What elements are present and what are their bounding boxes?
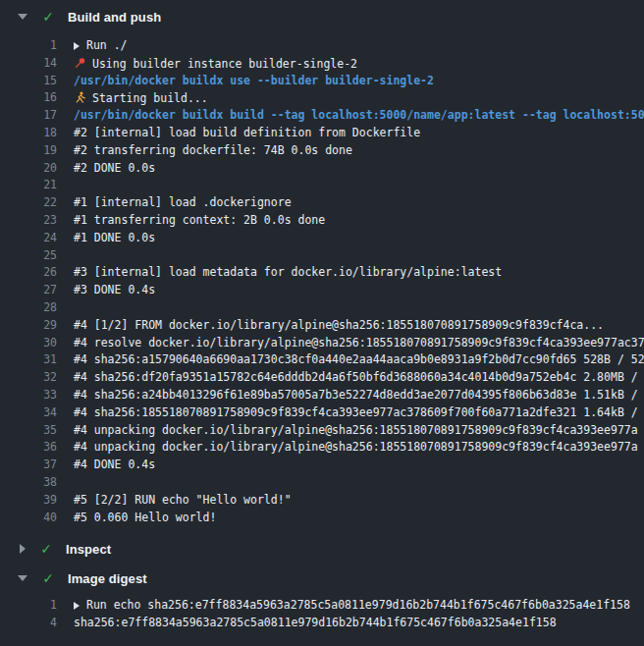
log-line: 31#4 sha256:a15790640a6690aa1730c38cf0a4… xyxy=(0,351,644,369)
log-text-wrap: #3 DONE 0.4s xyxy=(74,282,155,299)
log-text: /usr/bin/docker buildx build --tag local… xyxy=(74,108,644,122)
line-number[interactable]: 35 xyxy=(0,422,57,440)
log-text: #5 [2/2] RUN echo "Hello world!" xyxy=(74,493,292,507)
runner-icon xyxy=(74,91,86,104)
line-number[interactable]: 25 xyxy=(0,247,57,265)
log-line: 37#4 DONE 0.4s xyxy=(0,457,644,474)
log-text: #4 sha256:a15790640a6690aa1730c38cf0a440… xyxy=(74,352,644,366)
log-line: 1Run ./ xyxy=(0,37,644,55)
chevron-down-icon[interactable] xyxy=(18,575,27,581)
line-number[interactable]: 30 xyxy=(0,335,57,352)
line-number[interactable]: 37 xyxy=(0,457,57,474)
log-line: 14Using builder instance builder-single-… xyxy=(0,55,644,73)
line-number[interactable]: 29 xyxy=(0,317,57,335)
log-line: 40#5 0.060 Hello world! xyxy=(0,510,644,527)
chevron-down-icon[interactable] xyxy=(18,14,27,20)
log-text: #3 [internal] load metadata for docker.i… xyxy=(74,265,502,279)
line-number[interactable]: 15 xyxy=(0,73,57,90)
line-number[interactable]: 17 xyxy=(0,107,57,125)
log-text-wrap: #1 transferring context: 2B 0.0s done xyxy=(74,212,325,230)
chevron-right-icon[interactable] xyxy=(20,544,26,554)
pushpin-icon xyxy=(74,57,86,70)
log-text: #4 sha256:185518070891758909c9f839cf4ca3… xyxy=(74,405,638,419)
line-number[interactable]: 19 xyxy=(0,142,57,160)
section-header-image-digest[interactable]: ✓Image digest xyxy=(0,564,644,593)
log-text: Starting build... xyxy=(92,91,208,105)
log-text-wrap: Run echo sha256:e7ff8834a5963a2785c5a081… xyxy=(74,597,630,615)
log-text-wrap: #4 sha256:df20fa9351a15782c64e6dddb2d4a6… xyxy=(74,369,638,387)
log-line: 16Starting build... xyxy=(0,89,644,107)
line-number[interactable]: 22 xyxy=(0,194,57,212)
log-text: #2 [internal] load build definition from… xyxy=(74,126,420,139)
expand-step-icon[interactable] xyxy=(74,602,80,610)
section-log-build-and-push: 1Run ./14Using builder instance builder-… xyxy=(0,37,644,526)
log-text: #3 DONE 0.4s xyxy=(74,283,155,296)
check-success-icon: ✓ xyxy=(39,541,53,557)
log-text: #2 transferring dockerfile: 74B 0.0s don… xyxy=(74,143,352,157)
log-text-wrap: #4 sha256:185518070891758909c9f839cf4ca3… xyxy=(74,404,638,422)
log-text-wrap: #4 sha256:a15790640a6690aa1730c38cf0a440… xyxy=(74,351,644,369)
log-text: #1 [internal] load .dockerignore xyxy=(74,195,292,209)
line-number[interactable]: 26 xyxy=(0,264,57,282)
log-text: #4 [1/2] FROM docker.io/library/alpine@s… xyxy=(74,318,604,332)
line-number[interactable]: 21 xyxy=(0,177,57,194)
line-number[interactable]: 14 xyxy=(0,55,57,73)
section-header-inspect[interactable]: ✓Inspect xyxy=(0,534,644,564)
expand-step-icon[interactable] xyxy=(74,42,80,50)
line-number[interactable]: 32 xyxy=(0,369,57,387)
log-text-wrap: sha256:e7ff8834a5963a2785c5a0811e979d16b… xyxy=(74,615,557,632)
log-text-wrap: #1 [internal] load .dockerignore xyxy=(74,194,292,212)
log-text-wrap: #2 transferring dockerfile: 74B 0.0s don… xyxy=(74,142,352,160)
log-line: 36#4 unpacking docker.io/library/alpine@… xyxy=(0,439,644,457)
log-line: 30#4 resolve docker.io/library/alpine@sh… xyxy=(0,335,644,352)
line-number[interactable]: 1 xyxy=(0,597,57,615)
log-text: #1 DONE 0.0s xyxy=(74,231,155,244)
line-number[interactable]: 16 xyxy=(0,89,57,107)
line-number[interactable]: 18 xyxy=(0,125,57,142)
log-text-wrap: /usr/bin/docker buildx use --builder bui… xyxy=(74,73,434,90)
line-number[interactable]: 23 xyxy=(0,212,57,230)
line-number[interactable]: 36 xyxy=(0,439,57,457)
line-number[interactable]: 33 xyxy=(0,387,57,404)
section-title: Image digest xyxy=(68,571,147,586)
log-line: 27#3 DONE 0.4s xyxy=(0,282,644,299)
log-line: 19#2 transferring dockerfile: 74B 0.0s d… xyxy=(0,142,644,160)
log-text-wrap: #5 0.060 Hello world! xyxy=(74,510,216,527)
section-title: Inspect xyxy=(66,542,111,557)
line-number[interactable]: 1 xyxy=(0,37,57,55)
log-text: /usr/bin/docker buildx use --builder bui… xyxy=(74,74,434,87)
log-text-wrap: #4 unpacking docker.io/library/alpine@sh… xyxy=(74,439,638,457)
section-header-build-and-push[interactable]: ✓Build and push xyxy=(0,0,644,33)
log-line: 23#1 transferring context: 2B 0.0s done xyxy=(0,212,644,230)
line-number[interactable]: 39 xyxy=(0,492,57,510)
log-text-wrap: #2 DONE 0.0s xyxy=(74,160,155,178)
log-line: 35#4 unpacking docker.io/library/alpine@… xyxy=(0,422,644,440)
log-text: #4 resolve docker.io/library/alpine@sha2… xyxy=(74,336,644,350)
log-line: 32#4 sha256:df20fa9351a15782c64e6dddb2d4… xyxy=(0,369,644,387)
log-line: 18#2 [internal] load build definition fr… xyxy=(0,125,644,142)
log-text-wrap: Run ./ xyxy=(74,37,128,55)
log-line: 28 xyxy=(0,299,644,317)
line-number[interactable]: 31 xyxy=(0,351,57,369)
line-number[interactable]: 4 xyxy=(0,615,57,632)
log-text-wrap: #4 unpacking docker.io/library/alpine@sh… xyxy=(74,422,638,440)
line-number[interactable]: 40 xyxy=(0,510,57,527)
line-number[interactable]: 20 xyxy=(0,160,57,178)
line-number[interactable]: 27 xyxy=(0,282,57,299)
log-text: #4 sha256:a24bb4013296f61e89ba57005a7b3e… xyxy=(74,388,638,402)
log-text-wrap: #4 sha256:a24bb4013296f61e89ba57005a7b3e… xyxy=(74,387,638,404)
line-number[interactable]: 34 xyxy=(0,404,57,422)
log-line: 33#4 sha256:a24bb4013296f61e89ba57005a7b… xyxy=(0,387,644,404)
log-text-wrap: #2 [internal] load build definition from… xyxy=(74,125,420,142)
line-number[interactable]: 24 xyxy=(0,230,57,247)
log-line: 34#4 sha256:185518070891758909c9f839cf4c… xyxy=(0,404,644,422)
check-success-icon: ✓ xyxy=(41,570,55,586)
line-number[interactable]: 28 xyxy=(0,299,57,317)
log-line: 38 xyxy=(0,474,644,492)
line-number[interactable]: 38 xyxy=(0,474,57,492)
log-line: 21 xyxy=(0,177,644,194)
log-line: 24#1 DONE 0.0s xyxy=(0,230,644,247)
log-line: 26#3 [internal] load metadata for docker… xyxy=(0,264,644,282)
log-text: Run echo sha256:e7ff8834a5963a2785c5a081… xyxy=(86,598,630,612)
log-line: 17/usr/bin/docker buildx build --tag loc… xyxy=(0,107,644,125)
